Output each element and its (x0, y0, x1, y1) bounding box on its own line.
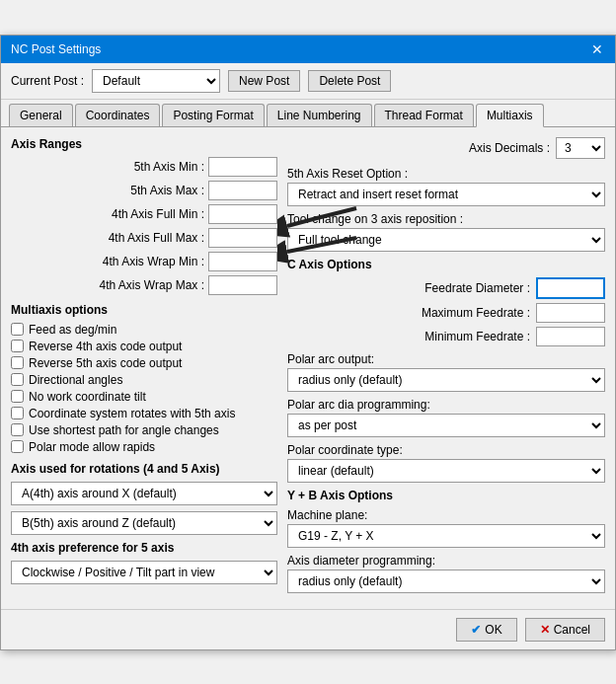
checkbox-rev-4th-input[interactable] (11, 340, 24, 352)
checkbox-no-work-coord-input[interactable] (11, 390, 24, 403)
min-feedrate-row: Minimum Feedrate : 10 (287, 327, 605, 346)
field-4th-axis-wrap-min: 4th Axis Wrap Min : 0 (11, 252, 277, 271)
axis-decimals-select[interactable]: 3 (556, 137, 605, 159)
field-4th-axis-full-max: 4th Axis Full Max : 9999 (11, 228, 277, 248)
axis-4th-dropdown-row: A(4th) axis around X (default) (11, 482, 277, 505)
polar-arc-dia-label: Polar arc dia programming: (287, 398, 605, 412)
cancel-label: Cancel (554, 623, 590, 637)
4th-axis-full-max-input[interactable]: 9999 (208, 228, 277, 248)
polar-coord-type-select[interactable]: linear (default) (287, 459, 605, 483)
polar-arc-output-row: Polar arc output: radius only (default) (287, 352, 605, 392)
machine-plane-row: Machine plane: G19 - Z, Y + X (287, 508, 605, 548)
window-title: NC Post Settings (11, 42, 101, 56)
checkbox-shortest-path-label: Use shortest path for angle changes (29, 423, 219, 437)
5th-axis-min-input[interactable]: -9999 (208, 157, 277, 177)
tool-change-row: Tool change on 3 axis reposition : Full … (287, 212, 605, 252)
ok-icon: ✔ (471, 623, 481, 637)
fifth-axis-reset-row: 5th Axis Reset Option : Retract and inse… (287, 167, 605, 206)
polar-coord-type-row: Polar coordinate type: linear (default) (287, 443, 605, 483)
4th-axis-full-min-input[interactable]: -9999 (208, 204, 277, 224)
axis-5th-select[interactable]: B(5th) axis around Z (default) (11, 511, 277, 535)
axis-dia-prog-label: Axis diameter programming: (287, 554, 605, 568)
axis-4th-pref-title: 4th axis preference for 5 axis (11, 541, 277, 555)
checkbox-polar-mode-label: Polar mode allow rapids (29, 440, 155, 454)
polar-arc-dia-select[interactable]: as per post (287, 414, 605, 437)
tabs-bar: General Coordinates Posting Format Line … (1, 100, 615, 127)
title-bar: NC Post Settings ✕ (1, 36, 615, 63)
max-feedrate-input[interactable]: 2000 (536, 303, 605, 323)
checkbox-coord-rotates-input[interactable] (11, 407, 24, 419)
max-feedrate-label: Maximum Feedrate : (422, 306, 530, 320)
c-axis-title: C Axis Options (287, 258, 605, 271)
tool-change-label: Tool change on 3 axis reposition : (287, 212, 605, 226)
axis-decimals-label: Axis Decimals : (469, 141, 550, 155)
axis-ranges-title: Axis Ranges (11, 137, 277, 151)
polar-arc-output-label: Polar arc output: (287, 352, 605, 366)
4th-axis-full-max-label: 4th Axis Full Max : (109, 231, 204, 245)
polar-arc-dia-row: Polar arc dia programming: as per post (287, 398, 605, 437)
axis-decimals-row: Axis Decimals : 3 (287, 137, 605, 159)
axis-4th-select[interactable]: A(4th) axis around X (default) (11, 482, 277, 505)
fifth-axis-reset-label: 5th Axis Reset Option : (287, 167, 605, 181)
checkbox-rev-5th-input[interactable] (11, 356, 24, 369)
left-panel: Axis Ranges 5th Axis Min : -9999 5th Axi… (11, 137, 277, 599)
checkbox-coord-rotates-label: Coordinate system rotates with 5th axis (29, 407, 235, 420)
5th-axis-max-label: 5th Axis Max : (130, 184, 204, 197)
axis-dia-prog-select[interactable]: radius only (default) (287, 570, 605, 593)
main-window: NC Post Settings ✕ Current Post : Defaul… (0, 35, 616, 650)
axis-rotations-title: Axis used for rotations (4 and 5 Axis) (11, 462, 277, 476)
cancel-button[interactable]: ✕ Cancel (525, 618, 605, 642)
tool-change-select[interactable]: Full tool change (287, 228, 605, 252)
axis-4th-pref-dropdown-row: Clockwise / Positive / Tilt part in view (11, 561, 277, 584)
multiaxis-options-title: Multiaxis options (11, 303, 277, 317)
current-post-label: Current Post : (11, 74, 84, 88)
fifth-axis-reset-select[interactable]: Retract and insert reset format (287, 183, 605, 206)
5th-axis-max-input[interactable]: 9999 (208, 181, 277, 200)
checkbox-polar-mode-input[interactable] (11, 440, 24, 453)
checkbox-rev-4th: Reverse 4th axis code output (11, 340, 277, 353)
yb-axis-section: Y + B Axis Options Machine plane: G19 - … (287, 489, 605, 593)
4th-axis-wrap-max-input[interactable]: 360 (208, 275, 277, 295)
axis-5th-dropdown-row: B(5th) axis around Z (default) (11, 511, 277, 535)
checkbox-rev-5th: Reverse 5th axis code output (11, 356, 277, 370)
new-post-button[interactable]: New Post (228, 70, 300, 92)
min-feedrate-label: Minimum Feedrate : (424, 330, 530, 343)
tab-general[interactable]: General (9, 104, 73, 126)
field-4th-axis-wrap-max: 4th Axis Wrap Max : 360 (11, 275, 277, 295)
feedrate-diameter-input[interactable]: 120 (536, 277, 605, 299)
c-axis-section: C Axis Options Feedrate Diameter : 120 M… (287, 258, 605, 346)
current-post-select[interactable]: Default (92, 69, 220, 93)
tab-line-numbering[interactable]: Line Numbering (267, 104, 372, 126)
checkbox-directional-input[interactable] (11, 373, 24, 386)
axis-4th-pref-select[interactable]: Clockwise / Positive / Tilt part in view (11, 561, 277, 584)
delete-post-button[interactable]: Delete Post (308, 70, 391, 92)
field-5th-axis-max: 5th Axis Max : 9999 (11, 181, 277, 200)
footer: ✔ OK ✕ Cancel (1, 609, 615, 649)
checkbox-feed-deg-input[interactable] (11, 323, 24, 336)
machine-plane-select[interactable]: G19 - Z, Y + X (287, 524, 605, 548)
feedrate-diameter-row: Feedrate Diameter : 120 (287, 277, 605, 299)
polar-coord-type-label: Polar coordinate type: (287, 443, 605, 457)
close-button[interactable]: ✕ (589, 41, 605, 57)
checkbox-directional-label: Directional angles (29, 373, 122, 387)
tab-coordinates[interactable]: Coordinates (75, 104, 161, 126)
checkbox-no-work-coord-label: No work coordinate tilt (29, 390, 146, 404)
tab-multiaxis[interactable]: Multiaxis (476, 104, 544, 127)
checkbox-shortest-path: Use shortest path for angle changes (11, 423, 277, 437)
polar-arc-output-select[interactable]: radius only (default) (287, 368, 605, 392)
cancel-icon: ✕ (540, 623, 550, 637)
ok-label: OK (485, 623, 501, 637)
4th-axis-full-min-label: 4th Axis Full Min : (112, 207, 204, 221)
axis-dia-prog-row: Axis diameter programming: radius only (… (287, 554, 605, 593)
right-panel: Axis Decimals : 3 5th Axis Reset Option … (287, 137, 605, 599)
tab-posting-format[interactable]: Posting Format (162, 104, 264, 126)
checkbox-feed-deg: Feed as deg/min (11, 323, 277, 337)
checkbox-shortest-path-input[interactable] (11, 423, 24, 436)
tab-thread-format[interactable]: Thread Format (374, 104, 474, 126)
max-feedrate-row: Maximum Feedrate : 2000 (287, 303, 605, 323)
checkbox-rev-4th-label: Reverse 4th axis code output (29, 340, 182, 353)
ok-button[interactable]: ✔ OK (456, 618, 516, 642)
min-feedrate-input[interactable]: 10 (536, 327, 605, 346)
5th-axis-min-label: 5th Axis Min : (134, 160, 204, 174)
4th-axis-wrap-min-input[interactable]: 0 (208, 252, 277, 271)
